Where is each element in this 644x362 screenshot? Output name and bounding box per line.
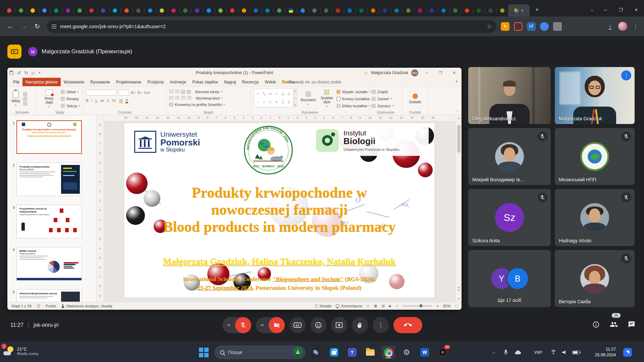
browser-tab[interactable] [367,4,379,16]
browser-tab[interactable] [438,4,449,16]
slide-scrollbar[interactable]: ▲ ▲▼ ▼ [455,115,462,302]
tile-options-button[interactable]: ⋮ [621,70,631,80]
align-text-button[interactable]: Wyrównaj tekst [196,96,220,100]
site-settings-icon[interactable] [52,26,56,27]
window-close-button[interactable]: ✕ [629,3,644,16]
browser-tab[interactable] [473,4,485,16]
language-status[interactable]: Polski [46,304,56,308]
participant-tile-mokryi[interactable]: Мокрий Володимир Ів... [468,128,551,185]
downloads-icon[interactable]: ↓ [609,23,611,29]
new-slide-button[interactable]: Nowy slajd▾ [40,88,58,109]
tray-clock[interactable]: 11:27 25.09.2024 [586,342,616,362]
tab-wstawianie[interactable]: Wstawianie [61,78,87,86]
browser-tab[interactable] [332,4,344,16]
slide-thumbnail-3[interactable]: Pozyskiwanie osocza do frakcjonowania Ob… [16,205,82,238]
taskbar-recorder[interactable]: 04 [436,346,449,359]
strikethrough-icon[interactable]: ab [100,99,104,103]
ppt-account-name[interactable]: Małgorzata Gradziuk [371,70,408,75]
slide-thumbnail-4[interactable]: Białka osocza Plasma proteins [16,247,82,281]
browser-tab[interactable] [309,4,320,16]
line-spacing-icon[interactable] [187,90,191,94]
browser-tab[interactable] [250,4,262,16]
browser-tab[interactable] [15,4,27,16]
tab-pokaz-slajdow[interactable]: Pokaz slajdów [189,78,221,86]
tray-wifi-icon[interactable] [550,342,557,362]
browser-tab[interactable] [344,4,356,16]
browser-tab[interactable] [109,4,121,16]
browser-tab[interactable] [485,4,496,16]
extension-red-icon[interactable] [514,22,523,31]
font-name-box[interactable] [86,89,117,96]
address-bar[interactable]: meet.google.com/jxk-onru-jri?pli=1&authu… [47,20,496,33]
browser-tab[interactable] [39,4,50,16]
normal-view-button[interactable]: ▭ [366,304,369,308]
tab-przejscia[interactable]: Przejścia [144,78,167,86]
browser-tab[interactable] [132,4,144,16]
participant-tile-mezynskyi[interactable]: Мезинський НПП [555,128,635,185]
people-panel-button[interactable]: 25 [610,320,618,330]
browser-tab[interactable] [179,4,191,16]
window-maximize-button[interactable]: ❐ [613,3,629,16]
reading-view-button[interactable]: ▤ [381,304,384,308]
browser-tab[interactable] [50,4,62,16]
mic-muted-button[interactable] [235,317,251,333]
tab-widok[interactable]: Widok [262,78,279,86]
browser-tab[interactable] [74,4,86,16]
tray-language[interactable]: УКР [534,342,542,362]
highlight-icon[interactable]: ab [119,98,123,103]
participant-tile-hadnagy[interactable]: Hadnagy István [555,189,635,246]
participant-tile-szikura[interactable]: Sz Szikura Anita [468,189,551,246]
quick-styles-button[interactable]: Szybkie style▾ [319,88,334,109]
shape-outline-button[interactable]: Kontury kształtów▾ [336,96,373,102]
back-button[interactable]: ← [5,21,16,32]
tray-app-icon[interactable] [623,348,632,357]
bullets-icon[interactable] [169,90,173,94]
browser-tab[interactable] [191,4,203,16]
cut-icon[interactable] [23,92,27,96]
copy-icon[interactable] [23,97,27,101]
reset-button[interactable]: Resetuj [61,96,80,102]
taskbar-word[interactable]: W [418,346,431,359]
slideshow-view-button[interactable]: ▶ [389,304,392,308]
shrink-font-icon[interactable]: A˅ [137,90,142,95]
browser-tab[interactable] [168,4,179,16]
participant-tile-overflow[interactable]: Y B Ще 17 осіб [468,250,551,307]
browser-tab[interactable] [461,4,473,16]
browser-tab[interactable] [121,4,132,16]
browser-tab[interactable] [156,4,168,16]
zoom-level[interactable]: 82% [443,304,451,308]
extensions-puzzle-icon[interactable] [553,22,562,31]
grow-font-icon[interactable]: A˄ [131,90,136,95]
tab-nagraj[interactable]: Nagraj [221,78,239,86]
browser-tab[interactable] [262,4,273,16]
tray-volume-icon[interactable] [562,342,567,362]
tab-narzedzia-glowne[interactable]: Narzędzia główne [22,78,60,86]
tab-recenzja[interactable]: Recenzja [239,78,262,86]
ppt-account-avatar[interactable]: MG [411,69,418,76]
text-shadow-icon[interactable]: S [107,99,109,103]
shared-powerpoint-window[interactable]: ↺ ↻ ▷ ▾ Produkty krwiopochodne (1) - Pow… [7,68,462,310]
browser-tab[interactable] [402,4,414,16]
browser-tab[interactable] [226,4,238,16]
ppt-close-button[interactable]: ✕ [449,68,460,78]
browser-tab[interactable] [27,4,39,16]
shape-effects-button[interactable]: Efekty kształtów▾ [336,103,373,109]
taskbar-search[interactable]: Пошук [215,346,305,359]
notes-toggle[interactable]: Notatki [315,304,332,308]
align-center-icon[interactable] [175,96,179,100]
shapes-scroll[interactable]: ▲▪▼ [293,88,297,107]
taskbar-media-app[interactable] [309,346,323,359]
chat-panel-button[interactable] [628,321,635,329]
window-minimize-button[interactable]: ─ [598,3,613,16]
spellcheck-icon[interactable] [37,304,40,308]
browser-tab[interactable] [379,4,391,16]
browser-tab[interactable] [297,4,309,16]
tab-rysowanie[interactable]: Rysowanie [87,78,113,86]
browser-tab[interactable] [414,4,426,16]
browser-tab-active[interactable]: × [508,4,530,16]
tab-search-icon[interactable]: ⌄ [586,7,598,12]
underline-icon[interactable]: U [95,99,98,103]
ribbon-display-icon[interactable]: ▾ [455,79,458,84]
browser-tab[interactable] [356,4,367,16]
participant-tile-malgorzata[interactable]: ⋮ Malgorzata Gradziuk [555,67,635,124]
